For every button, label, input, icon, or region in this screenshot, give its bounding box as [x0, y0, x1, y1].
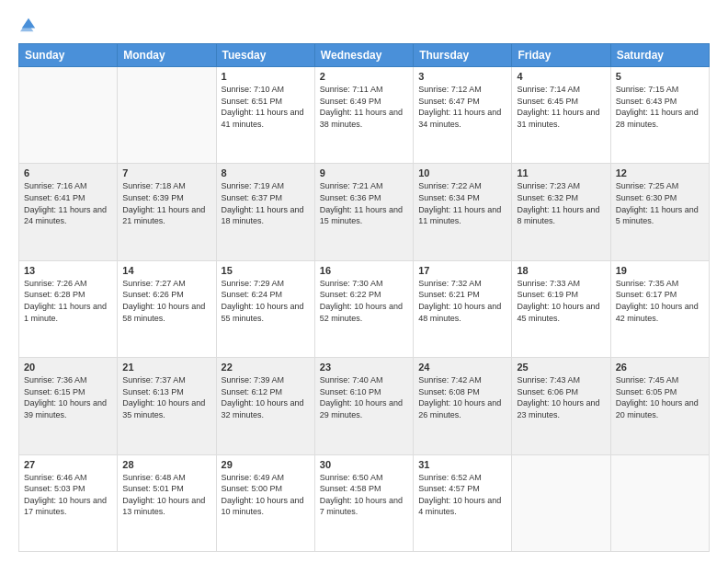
day-number: 29: [222, 459, 310, 470]
table-row: 13Sunrise: 7:26 AM Sunset: 6:28 PM Dayli…: [19, 260, 118, 357]
table-row: 17Sunrise: 7:32 AM Sunset: 6:21 PM Dayli…: [414, 260, 512, 357]
day-number: 20: [24, 362, 112, 373]
day-number: 21: [122, 362, 210, 373]
day-number: 19: [616, 265, 704, 276]
day-info: Sunrise: 7:22 AM Sunset: 6:34 PM Dayligh…: [418, 180, 506, 226]
day-number: 30: [320, 459, 408, 470]
day-number: 15: [222, 265, 310, 276]
table-row: 21Sunrise: 7:37 AM Sunset: 6:13 PM Dayli…: [118, 358, 216, 454]
table-row: 18Sunrise: 7:33 AM Sunset: 6:19 PM Dayli…: [512, 260, 610, 357]
day-info: Sunrise: 7:33 AM Sunset: 6:19 PM Dayligh…: [517, 278, 605, 324]
logo: [18, 15, 37, 34]
day-info: Sunrise: 7:18 AM Sunset: 6:39 PM Dayligh…: [122, 180, 210, 226]
table-row: 8Sunrise: 7:19 AM Sunset: 6:37 PM Daylig…: [216, 164, 314, 260]
table-row: 12Sunrise: 7:25 AM Sunset: 6:30 PM Dayli…: [610, 164, 709, 260]
day-number: 11: [517, 167, 605, 178]
day-info: Sunrise: 7:35 AM Sunset: 6:17 PM Dayligh…: [616, 278, 704, 324]
day-info: Sunrise: 7:12 AM Sunset: 6:47 PM Dayligh…: [418, 84, 506, 130]
day-number: 26: [616, 362, 704, 373]
day-info: Sunrise: 7:11 AM Sunset: 6:49 PM Dayligh…: [320, 84, 408, 130]
day-number: 10: [418, 167, 506, 178]
day-number: 9: [320, 167, 408, 178]
table-row: 24Sunrise: 7:42 AM Sunset: 6:08 PM Dayli…: [414, 358, 512, 454]
day-number: 17: [418, 265, 506, 276]
table-row: 1Sunrise: 7:10 AM Sunset: 6:51 PM Daylig…: [216, 67, 314, 164]
table-row: 3Sunrise: 7:12 AM Sunset: 6:47 PM Daylig…: [414, 67, 512, 164]
calendar-week-row: 13Sunrise: 7:26 AM Sunset: 6:28 PM Dayli…: [19, 260, 710, 357]
calendar-header-row: SundayMondayTuesdayWednesdayThursdayFrid…: [19, 44, 710, 67]
day-info: Sunrise: 6:48 AM Sunset: 5:01 PM Dayligh…: [122, 472, 210, 518]
table-row: 20Sunrise: 7:36 AM Sunset: 6:15 PM Dayli…: [19, 358, 118, 454]
day-number: 31: [418, 459, 506, 470]
day-number: 7: [122, 167, 210, 178]
day-number: 25: [517, 362, 605, 373]
day-info: Sunrise: 7:37 AM Sunset: 6:13 PM Dayligh…: [122, 374, 210, 420]
table-row: 16Sunrise: 7:30 AM Sunset: 6:22 PM Dayli…: [314, 260, 413, 357]
calendar-day-header: Thursday: [414, 44, 512, 67]
day-number: 22: [222, 362, 310, 373]
day-number: 28: [122, 459, 210, 470]
table-row: 22Sunrise: 7:39 AM Sunset: 6:12 PM Dayli…: [216, 358, 314, 454]
day-number: 14: [122, 265, 210, 276]
calendar-week-row: 1Sunrise: 7:10 AM Sunset: 6:51 PM Daylig…: [19, 67, 710, 164]
day-number: 2: [320, 71, 408, 82]
table-row: 26Sunrise: 7:45 AM Sunset: 6:05 PM Dayli…: [610, 358, 709, 454]
day-info: Sunrise: 7:32 AM Sunset: 6:21 PM Dayligh…: [418, 278, 506, 324]
table-row: 28Sunrise: 6:48 AM Sunset: 5:01 PM Dayli…: [118, 454, 216, 551]
table-row: 23Sunrise: 7:40 AM Sunset: 6:10 PM Dayli…: [314, 358, 413, 454]
day-info: Sunrise: 7:27 AM Sunset: 6:26 PM Dayligh…: [122, 278, 210, 324]
day-info: Sunrise: 7:43 AM Sunset: 6:06 PM Dayligh…: [517, 374, 605, 420]
day-number: 1: [222, 71, 310, 82]
table-row: [19, 67, 118, 164]
day-info: Sunrise: 7:30 AM Sunset: 6:22 PM Dayligh…: [320, 278, 408, 324]
day-info: Sunrise: 7:36 AM Sunset: 6:15 PM Dayligh…: [24, 374, 112, 420]
day-number: 6: [24, 167, 112, 178]
day-number: 3: [418, 71, 506, 82]
table-row: 5Sunrise: 7:15 AM Sunset: 6:43 PM Daylig…: [610, 67, 709, 164]
day-number: 24: [418, 362, 506, 373]
calendar-day-header: Wednesday: [314, 44, 413, 67]
calendar-day-header: Sunday: [19, 44, 118, 67]
day-info: Sunrise: 6:49 AM Sunset: 5:00 PM Dayligh…: [222, 472, 310, 518]
table-row: 10Sunrise: 7:22 AM Sunset: 6:34 PM Dayli…: [414, 164, 512, 260]
day-info: Sunrise: 7:42 AM Sunset: 6:08 PM Dayligh…: [418, 374, 506, 420]
day-number: 27: [24, 459, 112, 470]
table-row: 25Sunrise: 7:43 AM Sunset: 6:06 PM Dayli…: [512, 358, 610, 454]
calendar-day-header: Tuesday: [216, 44, 314, 67]
table-row: 30Sunrise: 6:50 AM Sunset: 4:58 PM Dayli…: [314, 454, 413, 551]
calendar-day-header: Friday: [512, 44, 610, 67]
day-info: Sunrise: 7:10 AM Sunset: 6:51 PM Dayligh…: [222, 84, 310, 130]
table-row: [118, 67, 216, 164]
calendar-table: SundayMondayTuesdayWednesdayThursdayFrid…: [18, 43, 710, 552]
table-row: 11Sunrise: 7:23 AM Sunset: 6:32 PM Dayli…: [512, 164, 610, 260]
table-row: 27Sunrise: 6:46 AM Sunset: 5:03 PM Dayli…: [19, 454, 118, 551]
calendar-day-header: Monday: [118, 44, 216, 67]
day-info: Sunrise: 7:21 AM Sunset: 6:36 PM Dayligh…: [320, 180, 408, 226]
day-info: Sunrise: 6:50 AM Sunset: 4:58 PM Dayligh…: [320, 472, 408, 518]
day-info: Sunrise: 7:19 AM Sunset: 6:37 PM Dayligh…: [222, 180, 310, 226]
logo-text: [18, 15, 37, 34]
table-row: 14Sunrise: 7:27 AM Sunset: 6:26 PM Dayli…: [118, 260, 216, 357]
day-info: Sunrise: 7:40 AM Sunset: 6:10 PM Dayligh…: [320, 374, 408, 420]
day-number: 13: [24, 265, 112, 276]
day-info: Sunrise: 7:16 AM Sunset: 6:41 PM Dayligh…: [24, 180, 112, 226]
page: SundayMondayTuesdayWednesdayThursdayFrid…: [0, 0, 728, 563]
table-row: 9Sunrise: 7:21 AM Sunset: 6:36 PM Daylig…: [314, 164, 413, 260]
day-info: Sunrise: 7:25 AM Sunset: 6:30 PM Dayligh…: [616, 180, 704, 226]
day-number: 23: [320, 362, 408, 373]
day-info: Sunrise: 7:29 AM Sunset: 6:24 PM Dayligh…: [222, 278, 310, 324]
day-info: Sunrise: 7:14 AM Sunset: 6:45 PM Dayligh…: [517, 84, 605, 130]
day-number: 5: [616, 71, 704, 82]
table-row: 2Sunrise: 7:11 AM Sunset: 6:49 PM Daylig…: [314, 67, 413, 164]
calendar-week-row: 20Sunrise: 7:36 AM Sunset: 6:15 PM Dayli…: [19, 358, 710, 454]
day-info: Sunrise: 7:23 AM Sunset: 6:32 PM Dayligh…: [517, 180, 605, 226]
day-info: Sunrise: 6:46 AM Sunset: 5:03 PM Dayligh…: [24, 472, 112, 518]
day-info: Sunrise: 7:26 AM Sunset: 6:28 PM Dayligh…: [24, 278, 112, 324]
day-info: Sunrise: 6:52 AM Sunset: 4:57 PM Dayligh…: [418, 472, 506, 518]
day-number: 18: [517, 265, 605, 276]
table-row: 31Sunrise: 6:52 AM Sunset: 4:57 PM Dayli…: [414, 454, 512, 551]
day-number: 8: [222, 167, 310, 178]
day-info: Sunrise: 7:15 AM Sunset: 6:43 PM Dayligh…: [616, 84, 704, 130]
table-row: [610, 454, 709, 551]
day-number: 12: [616, 167, 704, 178]
